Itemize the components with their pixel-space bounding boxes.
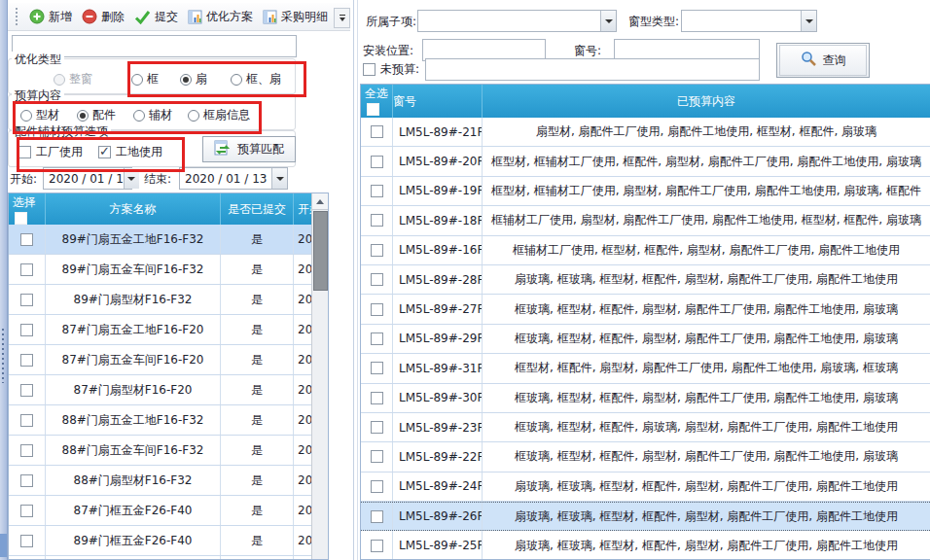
window-table-row[interactable]: LM5L-89#-31F29 框型材, 框配件, 扇型材, 扇配件工厂使用, 扇… xyxy=(361,354,930,383)
row-checkbox[interactable] xyxy=(371,362,383,374)
plan-table-scrollbar[interactable] xyxy=(311,193,328,560)
plan-table-row[interactable]: 87#门框五金F26-F40 是 2020/0 xyxy=(9,496,328,526)
dropdown-arrow-icon[interactable] xyxy=(271,168,287,189)
window-table-row[interactable]: LM5L-89#-26F24 扇玻璃, 框玻璃, 框型材, 框配件, 扇型材, … xyxy=(361,502,930,531)
window-no-cell: LM5L-89#-21F19 xyxy=(393,118,483,146)
plan-table-row[interactable]: 88#门扇五金车间F16-F32 是 2020/0 xyxy=(9,436,328,466)
submitted-cell: 是 xyxy=(221,405,294,435)
left-splitter-bar[interactable] xyxy=(0,0,8,560)
plan-table-row[interactable]: 87#门扇五金工地F16-F20 是 2020/0 xyxy=(9,315,328,345)
toolbar-overflow-button[interactable] xyxy=(334,8,350,28)
submit-button[interactable]: 提交 xyxy=(134,9,178,25)
row-checkbox[interactable] xyxy=(20,294,33,306)
row-checkbox[interactable] xyxy=(20,263,33,276)
window-table-row[interactable]: LM5L-89#-23F21 框玻璃, 框型材, 框配件, 扇玻璃, 扇型材, … xyxy=(361,413,930,442)
row-checkbox[interactable] xyxy=(20,474,33,487)
radio-frame-sash-info[interactable]: 框扇信息 xyxy=(188,107,250,123)
select-all-checkbox[interactable] xyxy=(15,212,27,225)
radio-accessory[interactable]: 配件 xyxy=(77,107,116,123)
window-no-cell: LM5L-89#-19F17 xyxy=(393,177,483,205)
plan-table-row[interactable]: 88#门扇型材F16-F32 是 2020/0 xyxy=(9,466,328,496)
row-checkbox[interactable] xyxy=(20,233,33,246)
select-all-checkbox[interactable] xyxy=(367,103,379,116)
window-no-cell: LM5L-89#-30F28 xyxy=(393,384,483,412)
site-use-checkbox[interactable]: 工地使用 xyxy=(98,144,162,160)
window-table-row[interactable]: LM5L-89#-27F25 框玻璃, 框型材, 框配件, 扇型材, 扇配件工厂… xyxy=(361,295,930,324)
plan-table-row[interactable]: 87#门扇型材F16-F20 是 2020/0 xyxy=(9,375,328,405)
window-table-row[interactable]: LM5L-89#-24F22 扇玻璃, 框玻璃, 框型材, 框配件, 扇型材, … xyxy=(361,472,930,502)
sub-item-label: 所属子项: xyxy=(366,14,416,30)
row-checkbox[interactable] xyxy=(20,354,33,367)
splitter-grip[interactable] xyxy=(2,329,4,383)
row-checkbox[interactable] xyxy=(20,324,33,336)
radio-icon xyxy=(188,110,199,122)
row-checkbox[interactable] xyxy=(20,535,33,547)
window-table-row[interactable]: LM5L-89#-28F26 扇玻璃, 框玻璃, 框型材, 框配件, 扇型材, … xyxy=(361,265,930,295)
plan-name-cell: 87#门框五金F26-F40 xyxy=(46,496,221,525)
query-button[interactable]: 查询 xyxy=(776,43,870,78)
start-date-picker[interactable]: 2020 / 01 / 1 xyxy=(43,167,132,190)
plan-table-row[interactable]: 89#门扇五金车间F16-F32 是 2020/0 xyxy=(9,255,328,285)
row-checkbox[interactable] xyxy=(371,392,383,404)
row-checkbox[interactable] xyxy=(371,244,383,257)
row-checkbox[interactable] xyxy=(371,480,383,493)
window-table-row[interactable]: LM5L-89#-22F20 框玻璃, 框型材, 框配件, 扇型材, 扇配件工厂… xyxy=(361,442,930,472)
purchase-detail-button[interactable]: 采购明细 xyxy=(263,9,341,25)
row-checkbox[interactable] xyxy=(20,505,33,517)
row-checkbox[interactable] xyxy=(371,214,383,227)
row-checkbox[interactable] xyxy=(371,303,383,316)
no-budget-input[interactable] xyxy=(425,58,760,81)
row-checkbox[interactable] xyxy=(371,185,383,197)
no-budget-checkbox[interactable]: 未预算: xyxy=(363,61,419,78)
row-checkbox[interactable] xyxy=(371,125,383,138)
row-checkbox[interactable] xyxy=(20,414,33,427)
plan-table-row[interactable]: 89#门扇五金工地F16-F32 是 2020/0 xyxy=(9,225,328,255)
add-button[interactable]: 新增 xyxy=(29,9,72,25)
radio-icon xyxy=(20,110,32,122)
dropdown-arrow-icon[interactable] xyxy=(124,168,139,189)
row-checkbox[interactable] xyxy=(371,273,383,286)
row-checkbox[interactable] xyxy=(371,332,383,345)
dropdown-arrow-icon[interactable] xyxy=(600,11,616,31)
radio-sash[interactable]: 扇 xyxy=(180,71,207,88)
plan-table-row[interactable]: 88#门框五金F21-F40 是 2020/0 xyxy=(9,556,328,560)
row-checkbox[interactable] xyxy=(371,540,383,552)
plan-table-row[interactable]: 88#门扇五金工地F16-F32 是 2020/0 xyxy=(9,405,328,436)
radio-icon xyxy=(54,74,65,86)
optimize-plan-button[interactable]: 优化方案 xyxy=(188,9,253,25)
dropdown-arrow-icon[interactable] xyxy=(801,11,816,31)
window-table-row[interactable]: LM5L-89#-20F18 框型材, 框辅材工厂使用, 框配件, 扇型材, 扇… xyxy=(361,147,930,176)
row-checkbox[interactable] xyxy=(371,421,383,434)
budget-match-button[interactable]: 预算匹配 xyxy=(202,136,296,162)
plan-table-row[interactable]: 89#门扇型材F16-F32 是 2020/0 xyxy=(9,285,328,315)
toolbar-grip[interactable] xyxy=(16,8,18,25)
row-checkbox[interactable] xyxy=(371,156,383,168)
row-checkbox[interactable] xyxy=(371,510,383,523)
radio-frame-sash[interactable]: 框、扇 xyxy=(231,71,281,88)
window-type-select[interactable] xyxy=(681,10,817,32)
plan-table-row[interactable]: 89#门框五金F26-F40 是 2020/0 xyxy=(9,526,328,556)
window-table-row[interactable]: LM5L-89#-25F23 扇玻璃, 框玻璃, 框型材, 框配件, 扇型材, … xyxy=(361,531,930,560)
radio-auxiliary[interactable]: 辅材 xyxy=(133,107,172,123)
scrollbar-thumb[interactable] xyxy=(313,211,328,291)
window-table-row[interactable]: LM5L-89#-29F27 框玻璃, 框型材, 框配件, 扇型材, 扇配件工厂… xyxy=(361,325,930,354)
window-table-row[interactable]: LM5L-89#-18F16 框辅材工厂使用, 扇型材, 扇配件工厂使用, 扇配… xyxy=(361,206,930,235)
row-checkbox[interactable] xyxy=(20,384,33,397)
end-date-picker[interactable]: 2020 / 01 / 13 xyxy=(179,167,288,190)
window-no-header: 窗号 xyxy=(393,85,483,118)
plan-table-row[interactable]: 87#门扇五金车间F16-F20 是 2020/0 xyxy=(9,345,328,375)
window-table-row[interactable]: LM5L-89#-19F17 框型材, 框辅材工厂使用, 扇型材, 扇配件工厂使… xyxy=(361,177,930,206)
radio-profile[interactable]: 型材 xyxy=(20,107,59,123)
window-table-row[interactable]: LM5L-89#-21F19 扇型材, 扇配件工厂使用, 扇配件工地使用, 框型… xyxy=(361,118,930,147)
delete-button[interactable]: 删除 xyxy=(82,9,125,25)
window-no-cell: LM5L-89#-28F26 xyxy=(393,265,483,294)
row-checkbox[interactable] xyxy=(371,450,383,463)
row-checkbox[interactable] xyxy=(20,444,33,457)
sub-item-select[interactable] xyxy=(417,10,617,32)
radio-frame[interactable]: 框 xyxy=(131,71,159,88)
scroll-up-button[interactable] xyxy=(312,193,328,210)
window-table-row[interactable]: LM5L-89#-16F15 框辅材工厂使用, 框型材, 框配件, 扇型材, 扇… xyxy=(361,236,930,265)
factory-use-checkbox[interactable]: 工厂使用 xyxy=(18,144,83,160)
plan-name-cell: 89#门扇五金工地F16-F32 xyxy=(46,225,221,254)
window-table-row[interactable]: LM5L-89#-30F28 框玻璃, 框型材, 框配件, 扇型材, 扇配件工厂… xyxy=(361,384,930,413)
